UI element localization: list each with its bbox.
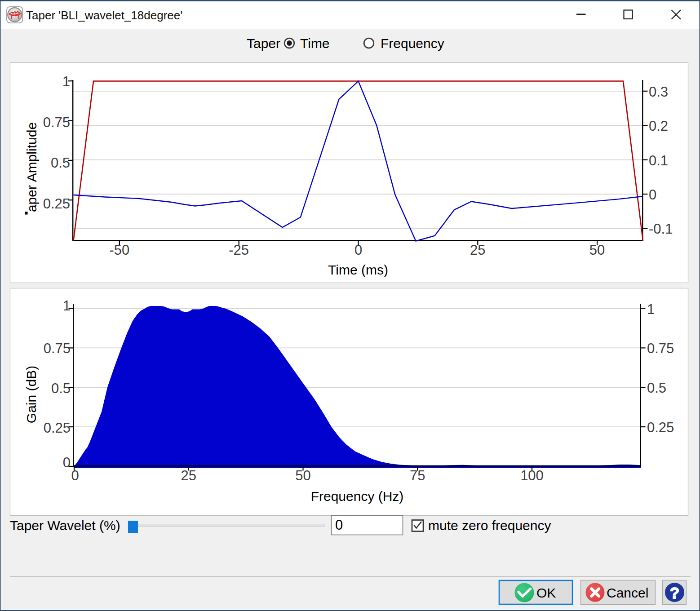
svg-text:-50: -50 xyxy=(109,242,129,258)
svg-text:50: 50 xyxy=(589,242,605,258)
svg-text:0: 0 xyxy=(71,468,79,483)
svg-text:Gain (dB): Gain (dB) xyxy=(24,366,39,423)
svg-text:0: 0 xyxy=(649,187,656,203)
svg-text:Frequency (Hz): Frequency (Hz) xyxy=(311,489,404,504)
svg-text:Cancel: Cancel xyxy=(607,585,648,600)
svg-text:Time: Time xyxy=(300,36,330,51)
svg-text:100: 100 xyxy=(520,468,544,483)
svg-text:1: 1 xyxy=(62,74,70,89)
svg-text:Taper: Taper xyxy=(247,36,280,51)
svg-text:-0.1: -0.1 xyxy=(649,221,673,237)
svg-text:?: ? xyxy=(670,584,679,602)
svg-text:0.25: 0.25 xyxy=(44,420,71,436)
svg-text:0.75: 0.75 xyxy=(44,341,71,356)
svg-text:0.2: 0.2 xyxy=(649,118,668,134)
svg-text:0.1: 0.1 xyxy=(649,153,668,168)
svg-text:-25: -25 xyxy=(229,242,249,258)
svg-text:mute zero frequency: mute zero frequency xyxy=(428,518,551,533)
svg-text:0.75: 0.75 xyxy=(43,115,70,130)
svg-text:0.5: 0.5 xyxy=(51,381,71,396)
svg-text:0.5: 0.5 xyxy=(51,155,70,171)
svg-text:1: 1 xyxy=(63,298,71,314)
svg-text:50: 50 xyxy=(295,468,310,483)
svg-text:Taper 'BLI_wavelet_18degree': Taper 'BLI_wavelet_18degree' xyxy=(26,9,182,22)
svg-text:Time (ms): Time (ms) xyxy=(328,262,388,277)
svg-text:0.25: 0.25 xyxy=(43,196,70,212)
svg-text:25: 25 xyxy=(470,242,485,258)
svg-text:1: 1 xyxy=(647,301,655,317)
svg-text:Frequency: Frequency xyxy=(381,36,444,51)
svg-text:0.75: 0.75 xyxy=(647,341,674,356)
svg-text:0.25: 0.25 xyxy=(647,420,674,435)
svg-text:0: 0 xyxy=(354,242,362,258)
svg-text:25: 25 xyxy=(181,468,196,483)
svg-text:0.5: 0.5 xyxy=(647,380,666,396)
svg-text:aper Amplitude: aper Amplitude xyxy=(24,122,39,212)
svg-text:0: 0 xyxy=(63,455,71,470)
svg-text:75: 75 xyxy=(410,468,425,483)
svg-text:0.3: 0.3 xyxy=(649,84,668,100)
svg-text:Taper Wavelet (%): Taper Wavelet (%) xyxy=(10,518,120,533)
svg-text:0: 0 xyxy=(335,517,343,533)
svg-text:OK: OK xyxy=(536,585,556,600)
